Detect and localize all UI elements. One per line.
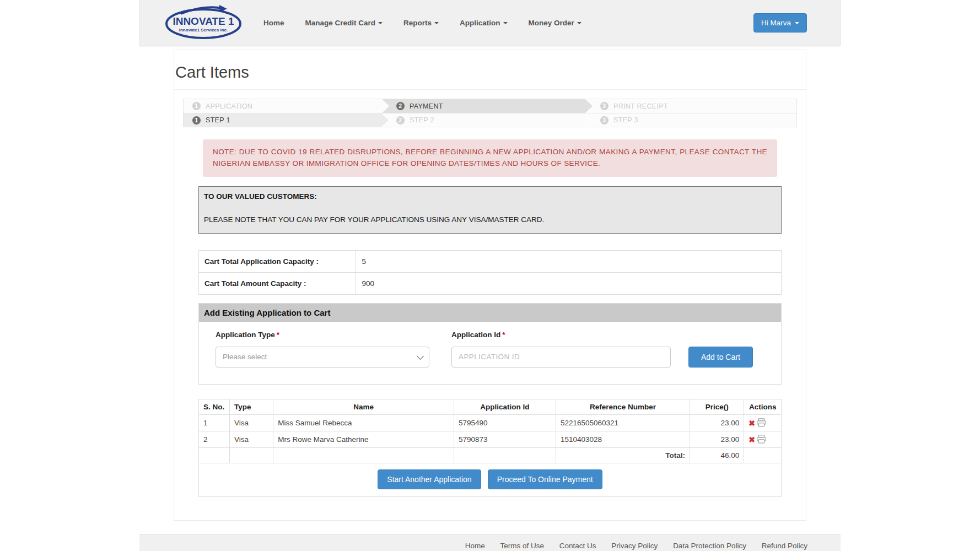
caret-down-icon (577, 22, 581, 24)
step-label: STEP 1 (206, 116, 230, 124)
user-menu-label: Hi Marva (761, 19, 791, 27)
table-total-row: Total: 46.00 (199, 447, 782, 463)
user-menu-button[interactable]: Hi Marva (753, 13, 807, 33)
page-title: Cart Items (175, 63, 806, 82)
step-2: 2 STEP 2 (382, 114, 593, 127)
delete-item-icon[interactable]: ✖ (749, 419, 755, 428)
nav-item-reports[interactable]: Reports (403, 19, 439, 27)
step-3: 3 STEP 3 (586, 114, 796, 127)
footer-link-data-protection[interactable]: Data Protection Policy (673, 542, 746, 550)
progress-row-phases: 1 APPLICATION 2 PAYMENT 3 PRINT RECEIPT (184, 99, 796, 113)
col-name: Name (273, 399, 454, 414)
page-footer: Home Terms of Use Contact Us Privacy Pol… (139, 534, 841, 551)
cell-empty (230, 447, 273, 463)
add-to-cart-button[interactable]: Add to Cart (688, 347, 753, 368)
required-asterisk: * (277, 331, 279, 339)
step-print-receipt: 3 PRINT RECEIPT (586, 99, 796, 113)
add-application-panel: Add Existing Application to Cart Applica… (198, 303, 782, 385)
step-number-badge: 2 (396, 116, 405, 125)
application-type-field-group: Application Type* Please select (216, 331, 429, 368)
table-row: Cart Total Amount Capacity : 900 (199, 272, 782, 294)
customer-note: TO OUR VALUED CUSTOMERS: PLEASE NOTE THA… (198, 186, 782, 234)
step-number-badge: 3 (600, 102, 609, 110)
footer-link-terms[interactable]: Terms of Use (500, 542, 544, 550)
print-item-icon[interactable] (757, 418, 766, 427)
progress-row-steps: 1 STEP 1 2 STEP 2 3 STEP 3 (184, 113, 796, 127)
application-type-select-wrap: Please select (216, 347, 429, 368)
application-type-select[interactable]: Please select (216, 347, 429, 368)
logo-text: INNOVATE 1 (173, 15, 234, 27)
total-value: 46.00 (690, 447, 744, 463)
col-sno: S. No. (199, 399, 230, 414)
application-id-label: Application Id* (451, 331, 671, 339)
step-label: PAYMENT (410, 102, 443, 110)
progress-steps: 1 APPLICATION 2 PAYMENT 3 PRINT RECEIPT … (183, 99, 797, 127)
brand-logo[interactable]: INNOVATE 1 Innovate1 Services Inc. (164, 4, 243, 42)
table-row: Cart Total Application Capacity : 5 (199, 250, 782, 272)
col-application-id: Application Id (454, 399, 556, 414)
footer-links: Home Terms of Use Contact Us Privacy Pol… (173, 542, 807, 550)
logo-tagline: Innovate1 Services Inc. (179, 28, 228, 33)
summary-value: 5 (356, 250, 782, 272)
table-header-row: S. No. Type Name Application Id Referenc… (199, 399, 782, 414)
delete-item-icon[interactable]: ✖ (749, 435, 755, 444)
cell-actions: ✖ (744, 414, 782, 431)
print-item-icon[interactable] (757, 435, 766, 444)
top-navbar: INNOVATE 1 Innovate1 Services Inc. Home … (139, 0, 841, 46)
customer-note-heading: TO OUR VALUED CUSTOMERS: (204, 192, 776, 201)
footer-link-refund[interactable]: Refund Policy (762, 542, 807, 550)
col-price: Price() (690, 399, 744, 414)
nav-item-home[interactable]: Home (263, 19, 284, 27)
nav-item-label: Home (263, 19, 284, 27)
application-id-field-group: Application Id* (451, 331, 671, 368)
step-number-badge: 3 (600, 116, 609, 125)
step-label: PRINT RECEIPT (613, 102, 668, 110)
cell-application-id: 5795490 (454, 414, 556, 431)
footer-link-contact[interactable]: Contact Us (559, 542, 596, 550)
step-number-badge: 2 (396, 102, 405, 110)
application-id-input[interactable] (451, 347, 671, 368)
cell-empty (199, 447, 230, 463)
cell-price: 23.00 (690, 431, 744, 447)
cart-items-table: S. No. Type Name Application Id Referenc… (198, 399, 782, 463)
footer-link-privacy[interactable]: Privacy Policy (611, 542, 658, 550)
step-payment: 2 PAYMENT (382, 99, 593, 113)
footer-link-home[interactable]: Home (465, 542, 485, 550)
cell-price: 23.00 (690, 414, 744, 431)
step-number-badge: 1 (192, 116, 201, 125)
summary-label: Cart Total Amount Capacity : (199, 272, 356, 294)
step-label: APPLICATION (206, 102, 252, 110)
cell-type: Visa (230, 431, 273, 447)
cell-sno: 1 (199, 414, 230, 431)
main-content-panel: Cart Items 1 APPLICATION 2 PAYMENT 3 PRI… (174, 50, 806, 521)
customer-note-body: PLEASE NOTE THAT YOU CAN PAY FOR YOUR AP… (204, 215, 776, 224)
caret-down-icon (795, 22, 799, 24)
cell-empty (744, 447, 782, 463)
nav-item-application[interactable]: Application (460, 19, 508, 27)
nav-item-label: Money Order (529, 19, 574, 27)
start-another-application-button[interactable]: Start Another Application (378, 469, 481, 489)
main-nav: Home Manage Credit Card Reports Applicat… (263, 19, 581, 27)
proceed-to-online-payment-button[interactable]: Proceed To Online Payment (488, 469, 602, 489)
cell-name: Mrs Rowe Marva Catherine (273, 431, 454, 447)
cell-actions: ✖ (744, 431, 782, 447)
application-type-label: Application Type* (216, 331, 429, 339)
add-application-title: Add Existing Application to Cart (199, 304, 781, 322)
nav-item-manage-credit-card[interactable]: Manage Credit Card (305, 19, 383, 27)
title-divider (174, 89, 806, 90)
col-type: Type (230, 399, 273, 414)
cart-actions: Start Another Application Proceed To Onl… (198, 463, 782, 497)
nav-item-label: Manage Credit Card (305, 19, 376, 27)
step-label: STEP 3 (613, 116, 638, 124)
innovate1-logo-icon: INNOVATE 1 Innovate1 Services Inc. (164, 4, 243, 40)
step-application: 1 APPLICATION (184, 99, 389, 113)
nav-item-label: Application (460, 19, 500, 27)
cell-reference-number: 52216505060321 (556, 414, 690, 431)
cell-reference-number: 1510403028 (556, 431, 690, 447)
required-asterisk: * (502, 331, 505, 339)
label-text: Application Type (216, 331, 275, 339)
cell-name: Miss Samuel Rebecca (273, 414, 454, 431)
caret-down-icon (503, 22, 508, 24)
add-application-form: Application Type* Please select Applicat… (199, 322, 781, 384)
nav-item-money-order[interactable]: Money Order (529, 19, 581, 27)
